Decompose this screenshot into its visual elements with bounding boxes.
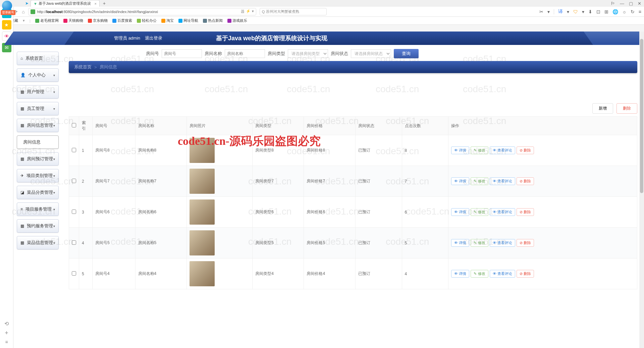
browser-tab[interactable]: ▼ 基于Java web的酒店管理系统设 ×: [31, 0, 100, 7]
url-bar: ‹ › ⟳ ⌂ http://localhost:8080/springboot…: [0, 7, 644, 17]
scissors-icon[interactable]: ✂: [539, 9, 543, 14]
tab-title: 基于Java web的酒店管理系统设: [39, 1, 91, 6]
bookmark-item[interactable]: 淘宝: [161, 18, 174, 23]
home-icon[interactable]: ⌂: [22, 9, 24, 14]
bookmark-bar: ★ 收藏▾ | 老毛桃官网 天猫购物 京东购物 百度搜索 轻松办公 淘宝 网址导…: [0, 17, 644, 25]
bookmark-item[interactable]: 热点新闻: [203, 18, 223, 23]
bookmark-item[interactable]: 京东购物: [88, 18, 108, 23]
vue-icon: ▼: [34, 2, 37, 6]
bookmark-item[interactable]: 游戏娱乐: [227, 18, 247, 23]
close-window-icon[interactable]: ✕: [638, 1, 641, 6]
security-icon[interactable]: 🛡: [573, 9, 578, 14]
url-input[interactable]: http://localhost:8080/springbootv2fvn/ad…: [28, 8, 256, 15]
tab-bar: ➤ ▼ 基于Java web的酒店管理系统设 × + 🏳 — ▢ ✕: [0, 0, 644, 7]
bookmark-item[interactable]: 天猫购物: [63, 18, 83, 23]
maximize-icon[interactable]: ▢: [629, 1, 633, 6]
restore-icon[interactable]: ↻: [631, 9, 635, 14]
bookmark-item[interactable]: 轻松办公: [137, 18, 157, 23]
browser-logo-icon: [2, 1, 12, 11]
bookmark-item[interactable]: 网址导航: [178, 18, 198, 23]
menu-icon[interactable]: ≡: [639, 9, 641, 14]
shield-icon: [31, 9, 35, 14]
os-app-icon[interactable]: ★: [2, 20, 11, 25]
pip-icon[interactable]: ⊡: [596, 9, 600, 14]
translate-icon[interactable]: 译: [558, 9, 563, 15]
bookmark-item[interactable]: 百度搜索: [112, 18, 132, 23]
search-input[interactable]: Q苏州河大闸蟹被煮熟: [260, 8, 327, 15]
theme-icon[interactable]: ☼: [622, 9, 627, 14]
apps-icon[interactable]: ⊞: [604, 9, 608, 14]
download-icon[interactable]: ⬇: [588, 9, 592, 14]
tab-close-icon[interactable]: ×: [94, 2, 96, 6]
url-text: http://localhost:8080/springbootv2fvn/ad…: [37, 10, 158, 14]
bookmark-item[interactable]: 老毛桃官网: [35, 18, 59, 23]
bookmark-window-icon[interactable]: 🏳: [611, 1, 615, 6]
login-badge[interactable]: 登录账号: [1, 10, 15, 15]
telegram-icon[interactable]: ➤: [25, 1, 29, 6]
minimize-icon[interactable]: —: [620, 1, 624, 6]
new-tab-button[interactable]: +: [103, 1, 106, 6]
globe-icon[interactable]: 🌐: [612, 9, 618, 14]
